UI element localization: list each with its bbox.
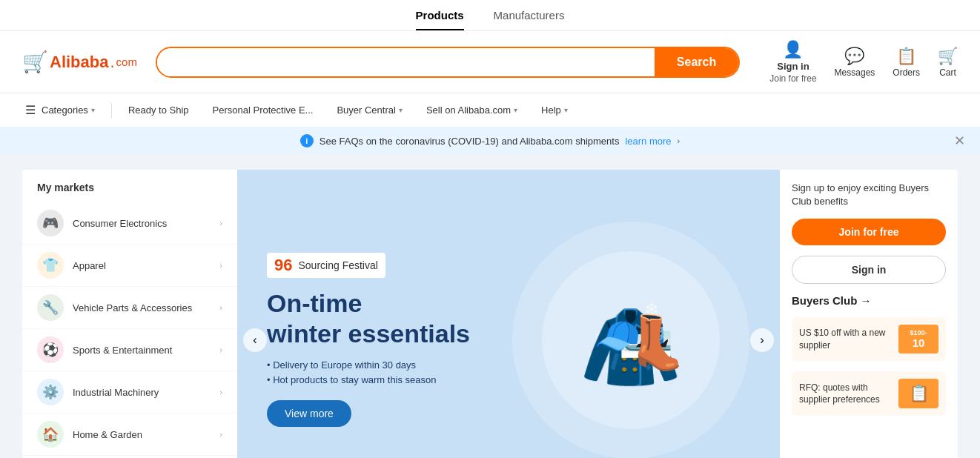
tab-products[interactable]: Products (416, 9, 464, 30)
join-for-free-label: Join for free (769, 73, 816, 84)
electronics-arrow: › (219, 219, 222, 228)
apparel-icon: 👕 (37, 252, 64, 279)
rfq-card-text: RFQ: quotes with supplier preferences (799, 382, 893, 407)
sports-arrow: › (219, 345, 222, 354)
notice-learn-more[interactable]: learn more (625, 136, 671, 147)
account-action[interactable]: 👤 Sign in Join for free (769, 40, 816, 84)
banner-title: On-timewinter essentials (267, 288, 470, 349)
sidebar-item-vehicle[interactable]: 🔧 Vehicle Parts & Accessories › (22, 287, 237, 329)
sign-in-button[interactable]: Sign in (792, 256, 946, 284)
logo[interactable]: 🛒 Alibaba . com (22, 50, 141, 74)
navbar: ☰ Categories ▾ Ready to Ship Personal Pr… (0, 93, 980, 127)
nav-categories[interactable]: ☰ Categories ▾ (15, 93, 105, 127)
notice-icon: i (300, 134, 314, 147)
orders-label: Orders (893, 67, 920, 78)
festival-label: Sourcing Festival (298, 259, 377, 271)
sidebar-item-apparel[interactable]: 👕 Apparel › (22, 245, 237, 287)
promo-badge: $100- 10 (898, 325, 938, 354)
nav-categories-label: Categories (42, 104, 88, 116)
promo-badge-main: 10 (904, 336, 933, 349)
sports-icon: ⚽ (37, 336, 64, 363)
nav-buyer-label: Buyer Central (337, 104, 395, 116)
vehicle-icon: 🔧 (37, 294, 64, 321)
buyers-club-header[interactable]: Buyers Club → (792, 294, 946, 307)
industrial-label: Industrial Machinery (73, 387, 211, 398)
nav-buyer-central[interactable]: Buyer Central ▾ (326, 93, 412, 127)
festival-number: 96 (274, 256, 292, 275)
header-actions: 👤 Sign in Join for free 💬 Messages 📋 Ord… (769, 40, 958, 84)
cart-label: Cart (939, 67, 956, 78)
search-input[interactable] (157, 48, 655, 76)
sell-chevron: ▾ (514, 106, 517, 114)
industrial-icon: ⚙️ (37, 379, 64, 405)
promo-card-discount: US $10 off with a new supplier $100- 10 (792, 317, 946, 361)
sidebar-item-electronics[interactable]: 🎮 Consumer Electronics › (22, 202, 237, 245)
home-icon: 🏠 (37, 421, 64, 448)
sidebar-item-industrial[interactable]: ⚙️ Industrial Machinery › (22, 371, 237, 414)
banner-prev-button[interactable]: ‹ (243, 328, 267, 352)
nav-ready-label: Ready to Ship (128, 104, 189, 116)
search-bar: Search (156, 47, 740, 78)
cart-action[interactable]: 🛒 Cart (938, 47, 958, 78)
buyers-club-intro: Sign up to enjoy exciting Buyers Club be… (792, 182, 946, 208)
sidebar-title: My markets (22, 182, 237, 202)
apparel-arrow: › (219, 261, 222, 270)
electronics-label: Consumer Electronics (73, 218, 211, 229)
search-button[interactable]: Search (655, 48, 738, 76)
buyers-club-label: Buyers Club → (792, 294, 872, 307)
home-arrow: › (219, 430, 222, 439)
sidebar-item-home[interactable]: 🏠 Home & Garden › (22, 414, 237, 456)
notice-close-button[interactable]: ✕ (954, 134, 965, 147)
nav-sell[interactable]: Sell on Alibaba.com ▾ (416, 93, 528, 127)
messages-action[interactable]: 💬 Messages (835, 47, 875, 78)
banner-cta-button[interactable]: View more (267, 400, 351, 427)
tab-manufacturers[interactable]: Manufacturers (494, 9, 565, 30)
banner-content: 96 Sourcing Festival On-timewinter essen… (237, 230, 500, 449)
logo-com: com (116, 56, 137, 68)
top-tab-bar: Products Manufacturers (0, 0, 980, 31)
header: 🛒 Alibaba . com Search 👤 Sign in Join fo… (0, 31, 980, 93)
nav-divider-1 (111, 103, 112, 118)
notice-bar: i See FAQs on the coronavirus (COVID-19)… (0, 127, 980, 155)
home-label: Home & Garden (73, 429, 211, 440)
notice-arrow: › (678, 136, 681, 145)
sports-label: Sports & Entertainment (73, 345, 211, 356)
nav-ppe[interactable]: Personal Protective E... (202, 93, 324, 127)
nav-help[interactable]: Help ▾ (531, 93, 578, 127)
sidebar: My markets 🎮 Consumer Electronics › 👕 Ap… (22, 170, 237, 458)
main-content: My markets 🎮 Consumer Electronics › 👕 Ap… (0, 155, 980, 458)
categories-chevron: ▾ (91, 106, 95, 114)
orders-icon: 📋 (896, 47, 916, 66)
sign-in-label: Sign in (777, 61, 809, 72)
vehicle-arrow: › (219, 303, 222, 312)
help-chevron: ▾ (564, 106, 568, 114)
rfq-card: RFQ: quotes with supplier preferences 📋 (792, 371, 946, 416)
apparel-label: Apparel (73, 260, 211, 271)
industrial-arrow: › (219, 388, 222, 396)
hamburger-icon: ☰ (25, 103, 36, 117)
logo-text: Alibaba (50, 53, 108, 72)
banner-area: ‹ 96 Sourcing Festival On-timewinter ess… (237, 170, 780, 458)
nav-help-label: Help (541, 104, 561, 116)
banner-bullet-2: Hot products to stay warm this season (267, 374, 470, 385)
logo-icon: 🛒 (22, 50, 48, 74)
account-icon: 👤 (783, 40, 803, 59)
nav-ready-to-ship[interactable]: Ready to Ship (118, 93, 199, 127)
right-panel: Sign up to enjoy exciting Buyers Club be… (780, 170, 958, 458)
electronics-icon: 🎮 (37, 210, 64, 236)
festival-badge: 96 Sourcing Festival (267, 253, 385, 278)
buyer-central-chevron: ▾ (399, 106, 403, 114)
messages-icon: 💬 (844, 47, 864, 66)
vehicle-label: Vehicle Parts & Accessories (73, 302, 211, 313)
banner-bullet-1: Delivery to Europe within 30 days (267, 359, 470, 371)
rfq-icon: 📋 (898, 379, 938, 408)
sidebar-item-sports[interactable]: ⚽ Sports & Entertainment › (22, 329, 237, 371)
promo-card-text: US $10 off with a new supplier (799, 327, 893, 352)
messages-label: Messages (835, 67, 875, 78)
banner-image: ❄ ❄ ❄ 🧥 🎿 👢 🧢 (481, 170, 780, 458)
banner-bullets: Delivery to Europe within 30 days Hot pr… (267, 359, 470, 385)
orders-action[interactable]: 📋 Orders (893, 47, 920, 78)
cart-icon: 🛒 (938, 47, 958, 66)
banner-next-button[interactable]: › (750, 328, 774, 352)
join-for-free-button[interactable]: Join for free (792, 219, 946, 245)
